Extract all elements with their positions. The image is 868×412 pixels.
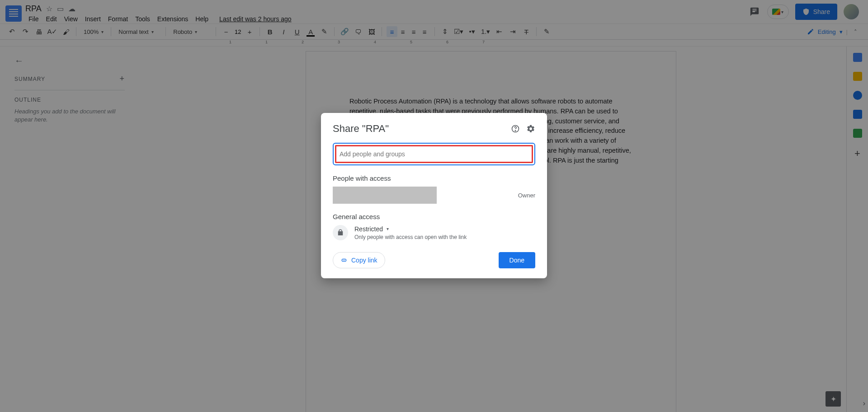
person-redacted: [333, 187, 437, 204]
people-with-access-heading: People with access: [333, 174, 535, 182]
add-people-input[interactable]: [337, 147, 531, 161]
chevron-down-icon: ▾: [387, 226, 389, 231]
copy-link-button[interactable]: Copy link: [333, 252, 385, 268]
owner-label: Owner: [518, 192, 535, 199]
svg-point-1: [515, 131, 515, 131]
person-row: Owner: [333, 187, 535, 204]
share-dialog-title: Share "RPA": [333, 123, 389, 135]
done-button[interactable]: Done: [499, 252, 535, 268]
share-dialog: Share "RPA" People with access Owner Gen…: [321, 113, 547, 278]
access-level-dropdown[interactable]: Restricted▾: [354, 225, 467, 233]
help-icon[interactable]: [511, 124, 520, 133]
settings-icon[interactable]: [526, 124, 535, 133]
access-level-description: Only people with access can open with th…: [354, 234, 467, 240]
general-access-heading: General access: [333, 213, 535, 220]
lock-icon: [333, 225, 348, 240]
